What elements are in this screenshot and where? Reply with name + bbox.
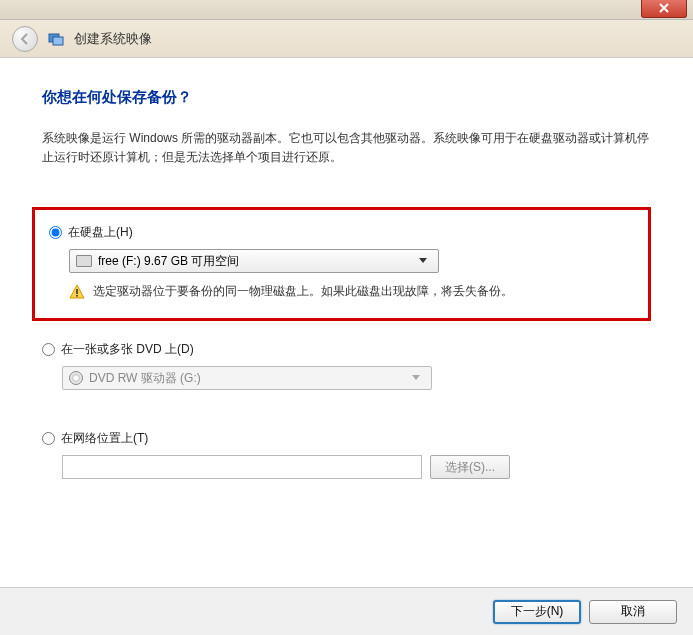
svg-rect-2: [76, 289, 78, 294]
description-text: 系统映像是运行 Windows 所需的驱动器副本。它也可以包含其他驱动器。系统映…: [42, 129, 651, 167]
chevron-down-icon: [414, 258, 432, 264]
drive-icon: [76, 255, 92, 267]
chevron-down-icon: [407, 375, 425, 381]
dvd-selected: DVD RW 驱动器 (G:): [89, 370, 407, 387]
hard-disk-option-highlight: 在硬盘上(H) free (F:) 9.67 GB 可用空间 选定驱动器位于要备…: [32, 207, 651, 321]
dvd-radio[interactable]: [42, 343, 55, 356]
hard-disk-radio-row[interactable]: 在硬盘上(H): [49, 224, 634, 241]
main-heading: 你想在何处保存备份？: [42, 88, 651, 107]
network-option: 在网络位置上(T) 选择(S)...: [42, 430, 651, 479]
dialog-window: 创建系统映像 你想在何处保存备份？ 系统映像是运行 Windows 所需的驱动器…: [0, 0, 693, 635]
dvd-label: 在一张或多张 DVD 上(D): [61, 341, 194, 358]
header-title: 创建系统映像: [74, 30, 152, 48]
system-image-icon: [48, 31, 64, 47]
footer: 下一步(N) 取消: [0, 587, 693, 635]
network-label: 在网络位置上(T): [61, 430, 148, 447]
close-icon: [659, 3, 669, 13]
dvd-radio-row[interactable]: 在一张或多张 DVD 上(D): [42, 341, 651, 358]
dvd-option: 在一张或多张 DVD 上(D) DVD RW 驱动器 (G:): [42, 341, 651, 390]
hard-disk-option: 在硬盘上(H) free (F:) 9.67 GB 可用空间 选定驱动器位于要备…: [49, 224, 634, 300]
hard-disk-warning: 选定驱动器位于要备份的同一物理磁盘上。如果此磁盘出现故障，将丢失备份。: [69, 283, 634, 300]
hard-disk-dropdown[interactable]: free (F:) 9.67 GB 可用空间: [69, 249, 439, 273]
svg-rect-1: [53, 37, 63, 45]
dvd-dropdown: DVD RW 驱动器 (G:): [62, 366, 432, 390]
warning-icon: [69, 284, 85, 300]
cancel-button[interactable]: 取消: [589, 600, 677, 624]
network-radio[interactable]: [42, 432, 55, 445]
network-path-input: [62, 455, 422, 479]
dvd-icon: [69, 371, 83, 385]
network-input-row: 选择(S)...: [62, 455, 651, 479]
hard-disk-label: 在硬盘上(H): [68, 224, 133, 241]
back-arrow-icon: [18, 32, 32, 46]
svg-rect-3: [76, 295, 78, 297]
titlebar: [0, 0, 693, 20]
hard-disk-radio[interactable]: [49, 226, 62, 239]
warning-text: 选定驱动器位于要备份的同一物理磁盘上。如果此磁盘出现故障，将丢失备份。: [93, 283, 513, 300]
close-button[interactable]: [641, 0, 687, 18]
hard-disk-selected: free (F:) 9.67 GB 可用空间: [98, 253, 414, 270]
next-button[interactable]: 下一步(N): [493, 600, 581, 624]
back-button[interactable]: [12, 26, 38, 52]
browse-button: 选择(S)...: [430, 455, 510, 479]
header: 创建系统映像: [0, 20, 693, 58]
content-area: 你想在何处保存备份？ 系统映像是运行 Windows 所需的驱动器副本。它也可以…: [0, 58, 693, 587]
network-radio-row[interactable]: 在网络位置上(T): [42, 430, 651, 447]
